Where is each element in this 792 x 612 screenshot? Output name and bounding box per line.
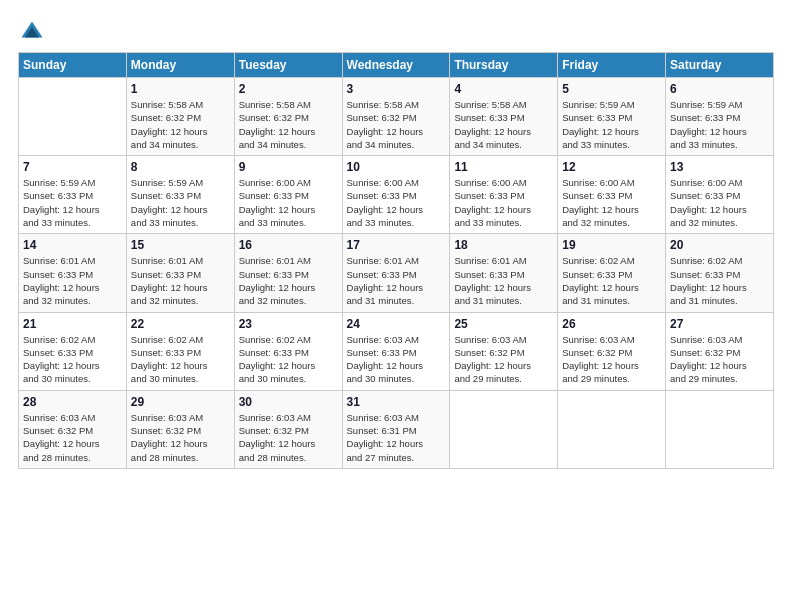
calendar-cell: 6Sunrise: 5:59 AM Sunset: 6:33 PM Daylig…	[666, 78, 774, 156]
day-info: Sunrise: 5:59 AM Sunset: 6:33 PM Dayligh…	[670, 98, 769, 151]
day-number: 18	[454, 238, 553, 252]
day-number: 11	[454, 160, 553, 174]
day-number: 8	[131, 160, 230, 174]
calendar-cell: 3Sunrise: 5:58 AM Sunset: 6:32 PM Daylig…	[342, 78, 450, 156]
weekday-header: Friday	[558, 53, 666, 78]
calendar-cell: 27Sunrise: 6:03 AM Sunset: 6:32 PM Dayli…	[666, 312, 774, 390]
calendar-cell: 14Sunrise: 6:01 AM Sunset: 6:33 PM Dayli…	[19, 234, 127, 312]
weekday-header: Monday	[126, 53, 234, 78]
day-number: 21	[23, 317, 122, 331]
logo	[18, 18, 50, 46]
day-number: 6	[670, 82, 769, 96]
day-info: Sunrise: 5:58 AM Sunset: 6:32 PM Dayligh…	[131, 98, 230, 151]
day-number: 31	[347, 395, 446, 409]
calendar-header: SundayMondayTuesdayWednesdayThursdayFrid…	[19, 53, 774, 78]
day-number: 14	[23, 238, 122, 252]
calendar-cell: 7Sunrise: 5:59 AM Sunset: 6:33 PM Daylig…	[19, 156, 127, 234]
day-number: 26	[562, 317, 661, 331]
day-number: 15	[131, 238, 230, 252]
day-info: Sunrise: 6:02 AM Sunset: 6:33 PM Dayligh…	[23, 333, 122, 386]
calendar-cell	[666, 390, 774, 468]
calendar-cell: 11Sunrise: 6:00 AM Sunset: 6:33 PM Dayli…	[450, 156, 558, 234]
day-number: 24	[347, 317, 446, 331]
day-info: Sunrise: 5:59 AM Sunset: 6:33 PM Dayligh…	[131, 176, 230, 229]
calendar-cell: 24Sunrise: 6:03 AM Sunset: 6:33 PM Dayli…	[342, 312, 450, 390]
day-number: 16	[239, 238, 338, 252]
calendar-cell: 19Sunrise: 6:02 AM Sunset: 6:33 PM Dayli…	[558, 234, 666, 312]
calendar-cell: 10Sunrise: 6:00 AM Sunset: 6:33 PM Dayli…	[342, 156, 450, 234]
calendar-cell: 20Sunrise: 6:02 AM Sunset: 6:33 PM Dayli…	[666, 234, 774, 312]
day-info: Sunrise: 6:03 AM Sunset: 6:32 PM Dayligh…	[23, 411, 122, 464]
calendar-cell	[19, 78, 127, 156]
day-number: 3	[347, 82, 446, 96]
day-info: Sunrise: 6:00 AM Sunset: 6:33 PM Dayligh…	[670, 176, 769, 229]
day-info: Sunrise: 5:59 AM Sunset: 6:33 PM Dayligh…	[23, 176, 122, 229]
day-number: 10	[347, 160, 446, 174]
calendar-week-row: 21Sunrise: 6:02 AM Sunset: 6:33 PM Dayli…	[19, 312, 774, 390]
day-number: 30	[239, 395, 338, 409]
calendar-cell: 31Sunrise: 6:03 AM Sunset: 6:31 PM Dayli…	[342, 390, 450, 468]
day-number: 5	[562, 82, 661, 96]
header	[18, 18, 774, 46]
day-info: Sunrise: 6:01 AM Sunset: 6:33 PM Dayligh…	[131, 254, 230, 307]
calendar-body: 1Sunrise: 5:58 AM Sunset: 6:32 PM Daylig…	[19, 78, 774, 469]
calendar-cell: 30Sunrise: 6:03 AM Sunset: 6:32 PM Dayli…	[234, 390, 342, 468]
calendar-cell	[450, 390, 558, 468]
day-number: 9	[239, 160, 338, 174]
calendar-cell	[558, 390, 666, 468]
day-number: 2	[239, 82, 338, 96]
day-number: 22	[131, 317, 230, 331]
day-info: Sunrise: 6:03 AM Sunset: 6:32 PM Dayligh…	[239, 411, 338, 464]
day-number: 27	[670, 317, 769, 331]
weekday-header: Wednesday	[342, 53, 450, 78]
day-info: Sunrise: 5:59 AM Sunset: 6:33 PM Dayligh…	[562, 98, 661, 151]
day-info: Sunrise: 6:03 AM Sunset: 6:31 PM Dayligh…	[347, 411, 446, 464]
day-info: Sunrise: 6:03 AM Sunset: 6:33 PM Dayligh…	[347, 333, 446, 386]
day-number: 19	[562, 238, 661, 252]
day-info: Sunrise: 6:02 AM Sunset: 6:33 PM Dayligh…	[670, 254, 769, 307]
day-number: 13	[670, 160, 769, 174]
day-info: Sunrise: 6:03 AM Sunset: 6:32 PM Dayligh…	[131, 411, 230, 464]
day-info: Sunrise: 6:01 AM Sunset: 6:33 PM Dayligh…	[347, 254, 446, 307]
day-number: 25	[454, 317, 553, 331]
day-number: 23	[239, 317, 338, 331]
day-number: 20	[670, 238, 769, 252]
calendar-cell: 23Sunrise: 6:02 AM Sunset: 6:33 PM Dayli…	[234, 312, 342, 390]
day-info: Sunrise: 5:58 AM Sunset: 6:32 PM Dayligh…	[347, 98, 446, 151]
calendar-cell: 16Sunrise: 6:01 AM Sunset: 6:33 PM Dayli…	[234, 234, 342, 312]
calendar-cell: 25Sunrise: 6:03 AM Sunset: 6:32 PM Dayli…	[450, 312, 558, 390]
calendar-cell: 17Sunrise: 6:01 AM Sunset: 6:33 PM Dayli…	[342, 234, 450, 312]
day-info: Sunrise: 6:02 AM Sunset: 6:33 PM Dayligh…	[562, 254, 661, 307]
day-info: Sunrise: 6:03 AM Sunset: 6:32 PM Dayligh…	[670, 333, 769, 386]
day-info: Sunrise: 6:00 AM Sunset: 6:33 PM Dayligh…	[347, 176, 446, 229]
calendar-cell: 8Sunrise: 5:59 AM Sunset: 6:33 PM Daylig…	[126, 156, 234, 234]
weekday-header: Tuesday	[234, 53, 342, 78]
day-number: 1	[131, 82, 230, 96]
calendar-cell: 12Sunrise: 6:00 AM Sunset: 6:33 PM Dayli…	[558, 156, 666, 234]
day-number: 29	[131, 395, 230, 409]
day-info: Sunrise: 6:01 AM Sunset: 6:33 PM Dayligh…	[239, 254, 338, 307]
calendar-cell: 18Sunrise: 6:01 AM Sunset: 6:33 PM Dayli…	[450, 234, 558, 312]
day-info: Sunrise: 6:01 AM Sunset: 6:33 PM Dayligh…	[23, 254, 122, 307]
calendar-cell: 21Sunrise: 6:02 AM Sunset: 6:33 PM Dayli…	[19, 312, 127, 390]
page-container: SundayMondayTuesdayWednesdayThursdayFrid…	[0, 0, 792, 479]
calendar-cell: 2Sunrise: 5:58 AM Sunset: 6:32 PM Daylig…	[234, 78, 342, 156]
day-info: Sunrise: 6:00 AM Sunset: 6:33 PM Dayligh…	[562, 176, 661, 229]
calendar-week-row: 7Sunrise: 5:59 AM Sunset: 6:33 PM Daylig…	[19, 156, 774, 234]
day-info: Sunrise: 5:58 AM Sunset: 6:33 PM Dayligh…	[454, 98, 553, 151]
calendar-cell: 9Sunrise: 6:00 AM Sunset: 6:33 PM Daylig…	[234, 156, 342, 234]
day-info: Sunrise: 6:01 AM Sunset: 6:33 PM Dayligh…	[454, 254, 553, 307]
calendar-cell: 1Sunrise: 5:58 AM Sunset: 6:32 PM Daylig…	[126, 78, 234, 156]
weekday-header: Sunday	[19, 53, 127, 78]
day-number: 12	[562, 160, 661, 174]
weekday-header: Thursday	[450, 53, 558, 78]
day-info: Sunrise: 6:03 AM Sunset: 6:32 PM Dayligh…	[562, 333, 661, 386]
logo-icon	[18, 18, 46, 46]
calendar-cell: 13Sunrise: 6:00 AM Sunset: 6:33 PM Dayli…	[666, 156, 774, 234]
day-info: Sunrise: 5:58 AM Sunset: 6:32 PM Dayligh…	[239, 98, 338, 151]
calendar-week-row: 1Sunrise: 5:58 AM Sunset: 6:32 PM Daylig…	[19, 78, 774, 156]
calendar-cell: 22Sunrise: 6:02 AM Sunset: 6:33 PM Dayli…	[126, 312, 234, 390]
day-info: Sunrise: 6:00 AM Sunset: 6:33 PM Dayligh…	[239, 176, 338, 229]
calendar-week-row: 14Sunrise: 6:01 AM Sunset: 6:33 PM Dayli…	[19, 234, 774, 312]
day-info: Sunrise: 6:02 AM Sunset: 6:33 PM Dayligh…	[239, 333, 338, 386]
